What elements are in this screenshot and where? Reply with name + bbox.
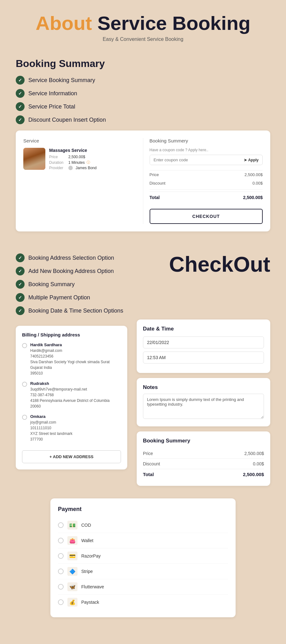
- billing-title: Billing / Shipping address: [22, 332, 121, 337]
- payment-radio-paystack[interactable]: [58, 599, 64, 605]
- coupon-label: Have a coupon code ? Apply here..: [150, 148, 263, 152]
- checkout-section: Booking Address Selection OptionAdd New …: [0, 247, 286, 492]
- provider-icon: [68, 166, 73, 170]
- checkout-checklist-item: Add New Booking Address Option: [16, 267, 127, 275]
- address-radio[interactable]: [22, 382, 27, 387]
- address-info: Hardik Sardhara Hardik@gmail.com74052123…: [30, 342, 121, 376]
- payment-card: Payment 💵 COD 👛 Wallet 💳 RazorPay 🔷 Stri…: [50, 498, 236, 617]
- summary-total-value: 2,500.00$: [243, 472, 264, 477]
- price-row: Price 2,500.00$: [150, 172, 263, 179]
- payment-option-razorpay[interactable]: 💳 RazorPay: [58, 548, 228, 564]
- send-icon: ➤: [244, 158, 247, 162]
- service-duration-row: Duration 1 Minutes ⓘ: [49, 160, 137, 165]
- checkout-checklist-item: Multiple Payment Option: [16, 293, 127, 302]
- service-image: [23, 148, 45, 170]
- checklist-item-text: Service Booking Summary: [28, 77, 95, 84]
- discount-label: Discount: [150, 181, 166, 186]
- notes-textarea[interactable]: Lorem Ipsum is simply dummy text of the …: [143, 394, 264, 419]
- payment-option-wallet[interactable]: 👛 Wallet: [58, 533, 228, 548]
- coupon-input[interactable]: [150, 155, 240, 165]
- check-icon: [16, 76, 25, 85]
- address-radio[interactable]: [22, 343, 27, 348]
- checklist-item: Service Information: [16, 89, 270, 98]
- payment-option-flutterwave[interactable]: 🦋 Flutterwave: [58, 579, 228, 595]
- time-input[interactable]: [143, 352, 264, 364]
- payment-radio-stripe[interactable]: [58, 569, 64, 574]
- check-icon: [16, 253, 25, 262]
- price-row-value: 2,500.00$: [244, 172, 263, 177]
- payment-icon-cod: 💵: [67, 521, 77, 530]
- discount-value: 0.00$: [252, 181, 263, 186]
- payment-radio-wallet[interactable]: [58, 538, 64, 543]
- payment-name-wallet: Wallet: [81, 538, 93, 543]
- payment-name-cod: COD: [81, 523, 91, 528]
- booking-detail-col: Date & Time Notes Lorem Ipsum is simply …: [137, 319, 270, 486]
- billing-card: Billing / Shipping address Hardik Sardha…: [16, 326, 127, 469]
- apply-label: Apply: [248, 158, 259, 162]
- check-icon: [16, 267, 25, 275]
- provider-value: James Bond: [76, 166, 97, 170]
- check-icon: [16, 306, 25, 315]
- price-value: 2,500.00$: [68, 155, 85, 159]
- add-address-button[interactable]: + ADD NEW ADDRESS: [22, 450, 121, 463]
- summary-price-label: Price: [143, 451, 153, 456]
- payment-radio-razorpay[interactable]: [58, 553, 64, 559]
- checklist-item: Service Price Total: [16, 102, 270, 111]
- booking-summery-card: Booking Summery Price 2,500.00$ Discount…: [137, 431, 270, 486]
- checkout-bottom-layout: Billing / Shipping address Hardik Sardha…: [16, 319, 270, 486]
- service-item: Massages Service Price 2,500.00$ Duratio…: [23, 148, 137, 171]
- address-option[interactable]: Omkara joy@gmail.com1011111010XYZ Street…: [22, 414, 121, 442]
- address-radio[interactable]: [22, 415, 27, 420]
- address-option[interactable]: Hardik Sardhara Hardik@gmail.com74052123…: [22, 342, 121, 376]
- address-list: Hardik Sardhara Hardik@gmail.com74052123…: [22, 342, 121, 442]
- checklist-item-text: Discount Coupen Insert Option: [28, 117, 106, 123]
- address-detail: 3uqdl9vh7ve@temporary-mail.net732-387-47…: [30, 386, 121, 409]
- hero-section: About Service Booking Easy & Convenient …: [0, 0, 286, 48]
- right-summary-title: Booking Summery: [143, 438, 264, 444]
- provider-label: Provider: [49, 166, 66, 170]
- checkout-checklist-item: Booking Date & Time Section Options: [16, 306, 127, 315]
- payment-radio-cod[interactable]: [58, 522, 64, 528]
- checkout-checklist-text: Booking Address Selection Option: [28, 255, 114, 261]
- checklist-item-text: Service Information: [28, 90, 77, 97]
- check-icon: [16, 89, 25, 98]
- payment-name-paystack: Paystack: [81, 600, 99, 605]
- checkout-right-title: CheckOut: [137, 253, 270, 281]
- checkout-title: CheckOut: [137, 253, 270, 275]
- coupon-apply-button[interactable]: ➤ Apply: [240, 155, 262, 165]
- notes-title: Notes: [143, 384, 264, 391]
- address-name: Omkara: [30, 414, 121, 419]
- billing-col: Billing / Shipping address Hardik Sardha…: [16, 319, 127, 469]
- payment-icon-wallet: 👛: [67, 536, 77, 545]
- checklist-item: Discount Coupen Insert Option: [16, 115, 270, 124]
- payment-option-stripe[interactable]: 🔷 Stripe: [58, 564, 228, 579]
- address-info: Omkara joy@gmail.com1011111010XYZ Street…: [30, 414, 121, 442]
- checkout-checklist: Booking Address Selection OptionAdd New …: [16, 253, 127, 315]
- payment-icon-paystack: 💰: [67, 598, 77, 607]
- date-input[interactable]: [143, 336, 264, 348]
- price-label: Price: [49, 155, 66, 159]
- payment-option-cod[interactable]: 💵 COD: [58, 518, 228, 533]
- hero-title: About Service Booking: [6, 13, 280, 34]
- payment-section: Payment 💵 COD 👛 Wallet 💳 RazorPay 🔷 Stri…: [0, 492, 286, 624]
- address-option[interactable]: Rudraksh 3uqdl9vh7ve@temporary-mail.net7…: [22, 381, 121, 409]
- checkout-button[interactable]: CHECKOUT: [150, 209, 263, 224]
- service-label: Service: [23, 138, 137, 143]
- payment-option-paystack[interactable]: 💰 Paystack: [58, 595, 228, 610]
- datetime-card: Date & Time: [137, 319, 270, 373]
- payment-name-razorpay: RazorPay: [81, 553, 100, 558]
- payment-name-stripe: Stripe: [81, 569, 93, 574]
- check-icon: [16, 115, 25, 124]
- payment-radio-flutterwave[interactable]: [58, 584, 64, 590]
- checklist-item: Service Booking Summary: [16, 76, 270, 85]
- address-name: Hardik Sardhara: [30, 342, 121, 347]
- payment-icon-flutterwave: 🦋: [67, 582, 77, 591]
- checkout-checklist-text: Add New Booking Address Option: [28, 268, 114, 275]
- total-value: 2,500.00$: [243, 195, 263, 200]
- checklist-item-text: Service Price Total: [28, 103, 75, 110]
- summary-discount-label: Discount: [143, 461, 160, 466]
- payment-icon-razorpay: 💳: [67, 552, 77, 560]
- service-provider-row: Provider James Bond: [49, 166, 137, 170]
- summary-price-row: Price 2,500.00$: [143, 448, 264, 459]
- coupon-input-row[interactable]: ➤ Apply: [150, 155, 263, 165]
